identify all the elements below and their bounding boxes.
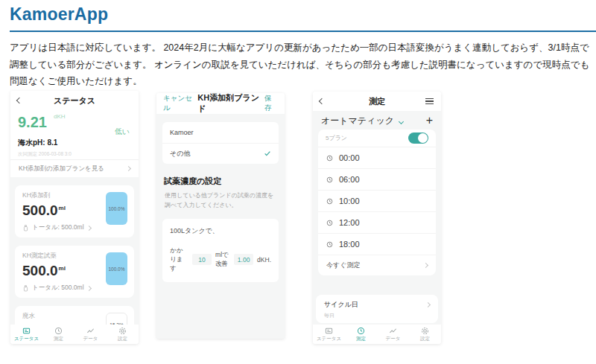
gear-icon <box>118 327 127 335</box>
chevron-right-icon <box>86 225 92 230</box>
tab-label: 測定 <box>356 336 366 342</box>
tab-measure[interactable]: 測定 <box>345 325 377 344</box>
hamburger-menu-icon[interactable] <box>425 98 434 106</box>
chevron-right-icon <box>86 285 92 290</box>
tab-status[interactable]: ステータス <box>313 325 345 344</box>
measure-title: 測定 <box>369 96 385 107</box>
dkh-level-badge: 低い <box>115 127 130 137</box>
clock-icon <box>326 220 333 226</box>
dkh-reading: 9.21dKH 低い <box>10 110 139 131</box>
tab-settings[interactable]: 設定 <box>409 325 441 344</box>
back-icon[interactable] <box>16 98 22 103</box>
bottle-icon <box>22 285 29 292</box>
concentration-section-title: 試薬濃度の設定 <box>164 176 277 187</box>
clock-icon <box>326 241 333 248</box>
clock-icon <box>54 327 63 335</box>
dashboard-icon <box>325 327 333 335</box>
mode-row: オートマティック + <box>313 111 441 130</box>
save-button[interactable]: 保存 <box>264 94 278 113</box>
brand-header: キャンセル KH添加剤ブランド 保存 <box>156 93 285 114</box>
intro-text: アプリは日本語に対応しています。 2024年2月に大幅なアプリの更新があったため… <box>10 39 590 90</box>
time-value: 12:00 <box>339 218 360 227</box>
tab-settings[interactable]: 設定 <box>107 325 139 344</box>
tab-status[interactable]: ステータス <box>10 325 42 344</box>
level-badge: 100.0% <box>106 252 127 285</box>
option-label: その他 <box>170 149 190 159</box>
chart-icon <box>86 327 95 335</box>
view-plan-label: KH添加剤の添加プランを見る <box>19 165 104 173</box>
plan-toggle-row: 5プラン <box>318 130 436 147</box>
ph-label: 海水pH: <box>18 138 45 147</box>
gear-icon <box>421 327 429 335</box>
chevron-right-icon <box>423 263 428 268</box>
tab-label: 設定 <box>118 336 127 342</box>
tab-measure[interactable]: 測定 <box>42 325 74 344</box>
status-title: ステータス <box>54 95 95 106</box>
status-header: ステータス <box>10 91 139 110</box>
cancel-button[interactable]: キャンセル <box>163 94 197 113</box>
cycle-card[interactable]: サイクル日 毎日 <box>316 295 438 323</box>
page-title: KamoerApp <box>10 4 108 25</box>
measure-header: 測定 <box>313 92 441 111</box>
bottle-icon <box>22 225 29 232</box>
reagent-card[interactable]: KH測定試薬 500.0ml 100.0% トータル: 500.0ml <box>15 246 134 298</box>
total-label: トータル: 500.0ml <box>32 284 84 293</box>
chevron-right-icon <box>126 166 131 171</box>
tab-label: ステータス <box>14 336 39 342</box>
dose-dkh-input[interactable] <box>234 254 253 265</box>
time-value: 00:00 <box>339 153 360 162</box>
dkh-value: 9.21 <box>18 114 47 130</box>
cycle-label: サイクル日 <box>324 300 358 310</box>
mode-dropdown[interactable]: オートマティック <box>321 113 403 127</box>
view-plan-link[interactable]: KH添加剤の添加プランを見る <box>10 159 139 177</box>
level-badge: 100.0% <box>106 192 127 225</box>
mode-label: オートマティック <box>321 115 394 126</box>
time-row[interactable]: 00:00 <box>318 147 436 168</box>
time-row[interactable]: 18:00 <box>318 233 436 255</box>
measure-now-label: 今すぐ測定 <box>326 261 360 270</box>
clock-icon <box>326 176 333 183</box>
status-top-section: ステータス 9.21dKH 低い 海水pH: 8.1 次回測定 2006-03-… <box>10 91 139 177</box>
time-row[interactable]: 06:00 <box>318 168 436 190</box>
last-measure-timestamp: 次回測定 2006-03-08 3:0 <box>10 148 139 158</box>
time-value: 10:00 <box>339 197 360 205</box>
measure-screenshot: 測定 オートマティック + 5プラン 00:00 06:00 10:00 12:… <box>313 92 441 344</box>
measure-now-row[interactable]: 今すぐ測定 <box>318 255 436 275</box>
time-value: 18:00 <box>339 240 360 249</box>
clock-icon <box>326 198 333 205</box>
time-row[interactable]: 10:00 <box>318 190 436 211</box>
plan-toggle[interactable] <box>408 132 428 144</box>
chevron-right-icon <box>425 302 431 307</box>
brand-screenshot: キャンセル KH添加剤ブランド 保存 Kamoer その他 試薬濃度の設定 使用… <box>156 93 285 339</box>
tab-label: 設定 <box>420 336 430 342</box>
tab-label: データ <box>386 336 401 342</box>
brand-title: KH添加剤ブランド <box>197 93 264 115</box>
status-screenshot: ステータス 9.21dKH 低い 海水pH: 8.1 次回測定 2006-03-… <box>10 91 139 344</box>
dose-card: 100Lタンクで、 かかります mlで改善 dKH. <box>162 219 279 282</box>
dose-row: かかります mlで改善 dKH. <box>170 246 271 273</box>
dose-suffix: dKH. <box>257 256 271 264</box>
tab-label: データ <box>83 336 98 342</box>
additive-card[interactable]: KH添加剤 500.0ml 100.0% トータル: 500.0ml <box>15 185 134 237</box>
add-plan-button[interactable]: + <box>426 115 433 127</box>
tab-data[interactable]: データ <box>377 325 409 344</box>
dose-ml-input[interactable] <box>192 254 212 265</box>
dkh-unit: dKH <box>54 113 66 120</box>
brand-option-kamoer[interactable]: Kamoer <box>162 122 279 143</box>
card-unit: ml <box>59 205 66 211</box>
time-value: 06:00 <box>339 175 360 184</box>
plan-card: 5プラン 00:00 06:00 10:00 12:00 18:00 今すぐ測定 <box>318 130 436 275</box>
chart-icon <box>389 327 397 335</box>
tab-data[interactable]: データ <box>74 325 107 344</box>
time-row[interactable]: 12:00 <box>318 211 436 233</box>
toggle-knob <box>418 133 428 143</box>
concentration-section-desc: 使用している他ブランドの試薬の濃度を調べて入力してください。 <box>165 191 276 211</box>
tab-label: ステータス <box>317 336 341 342</box>
option-label: Kamoer <box>170 129 194 136</box>
back-icon[interactable] <box>319 98 325 104</box>
card-unit: ml <box>59 265 66 272</box>
brand-option-other[interactable]: その他 <box>162 143 279 164</box>
cycle-value: 毎日 <box>324 312 430 319</box>
dashboard-icon <box>22 327 31 335</box>
clock-icon <box>357 327 365 335</box>
